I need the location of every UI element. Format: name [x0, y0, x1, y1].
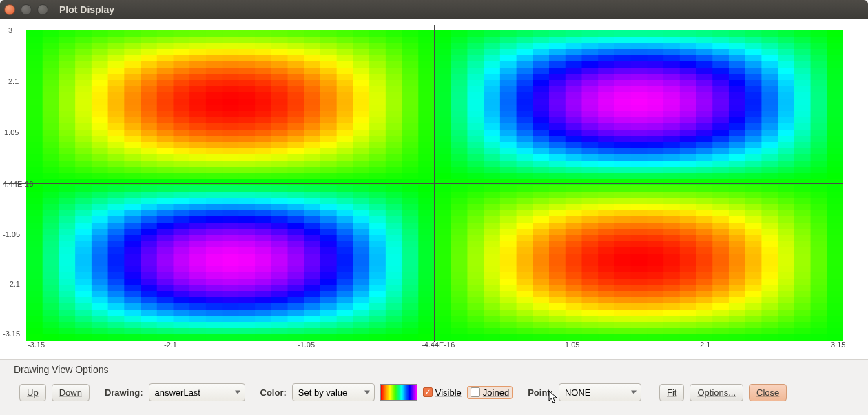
- y-tick-label: -2.1: [7, 280, 20, 288]
- heatmap-canvas[interactable]: [26, 30, 843, 341]
- y-tick-label: -4.44E-16: [0, 180, 33, 188]
- close-button[interactable]: Close: [749, 384, 787, 401]
- joined-checkbox-group: Joined: [467, 386, 513, 399]
- window-close-button[interactable]: [4, 4, 15, 15]
- titlebar: Plot Display: [0, 0, 868, 19]
- color-select[interactable]: Set by value: [292, 383, 375, 401]
- joined-checkbox-label: Joined: [483, 387, 509, 398]
- down-button[interactable]: Down: [52, 384, 90, 401]
- x-tick-label: 2.1: [700, 341, 710, 349]
- visible-checkbox[interactable]: [423, 387, 433, 397]
- x-tick-label: -3.15: [28, 341, 45, 349]
- x-axis-line: [4, 183, 843, 184]
- app-window: Plot Display 3 2.1 1.05 -4.44E-16 -1.05 …: [0, 0, 868, 415]
- x-tick-label: 3.15: [831, 341, 845, 349]
- chevron-down-icon: [235, 391, 240, 394]
- y-tick-label: 2.1: [8, 77, 19, 85]
- chevron-down-icon: [631, 391, 637, 394]
- color-label: Color:: [260, 387, 287, 398]
- chevron-down-icon: [364, 391, 370, 394]
- visible-checkbox-group: Visible: [423, 387, 462, 398]
- y-tick-label: 3: [8, 26, 12, 34]
- drawing-select[interactable]: answerLast: [149, 383, 245, 401]
- up-button[interactable]: Up: [19, 384, 46, 401]
- y-tick-label: 1.05: [4, 128, 19, 136]
- x-tick-label: 1.05: [565, 341, 579, 349]
- joined-checkbox[interactable]: [471, 387, 480, 397]
- window-title: Plot Display: [59, 4, 114, 15]
- x-tick-label: -2.1: [164, 341, 177, 349]
- controls-row: Up Down Drawing: answerLast Color: Set b…: [0, 376, 868, 415]
- color-select-value: Set by value: [298, 387, 359, 398]
- fit-button[interactable]: Fit: [659, 384, 684, 401]
- x-tick-label: -4.44E-16: [422, 341, 455, 349]
- drawing-select-value: answerLast: [155, 387, 229, 398]
- colormap-swatch[interactable]: [380, 384, 417, 401]
- section-title: Drawing View Options: [0, 360, 868, 376]
- y-tick-label: -1.05: [3, 230, 20, 239]
- options-button[interactable]: Options...: [690, 384, 743, 401]
- y-tick-label: -3.15: [3, 330, 20, 338]
- point-label: Point:: [528, 387, 553, 398]
- y-axis-line: [434, 25, 435, 342]
- window-minimize-button[interactable]: [21, 4, 32, 15]
- point-select-value: NONE: [565, 387, 626, 398]
- point-select[interactable]: NONE: [559, 383, 641, 401]
- drawing-label: Drawing:: [105, 387, 143, 398]
- visible-checkbox-label: Visible: [435, 387, 462, 398]
- plot-area[interactable]: 3 2.1 1.05 -4.44E-16 -1.05 -2.1 -3.15 -3…: [0, 19, 868, 360]
- window-maximize-button[interactable]: [37, 4, 48, 15]
- x-tick-label: -1.05: [298, 341, 315, 349]
